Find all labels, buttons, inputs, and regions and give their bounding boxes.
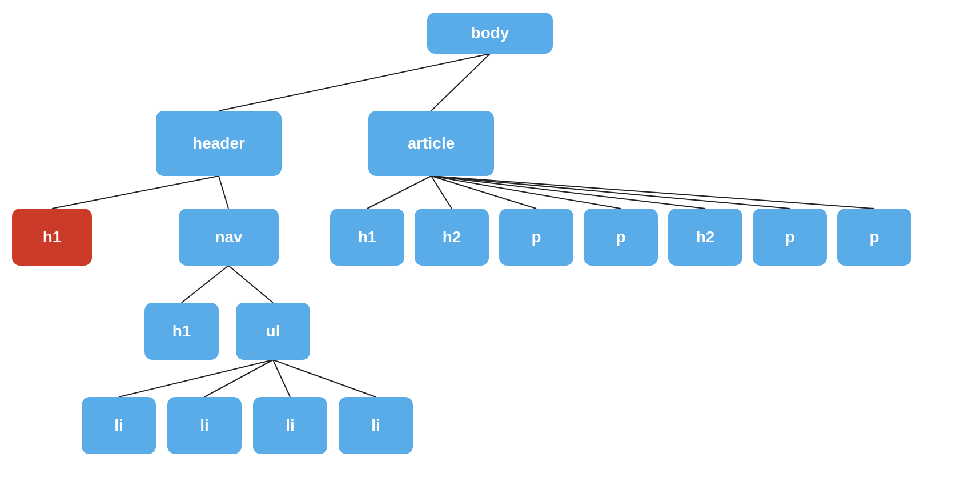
node-article-p1: p bbox=[499, 209, 573, 266]
node-li2: li bbox=[167, 397, 242, 454]
node-article: article bbox=[368, 111, 494, 176]
node-li3: li bbox=[253, 397, 327, 454]
svg-line-1 bbox=[431, 54, 490, 111]
node-body: body bbox=[427, 13, 553, 54]
svg-line-6 bbox=[431, 176, 536, 209]
node-h1-red: h1 bbox=[12, 209, 92, 266]
node-nav-ul: ul bbox=[236, 303, 310, 360]
svg-line-5 bbox=[431, 176, 452, 209]
node-article-p4: p bbox=[837, 209, 911, 266]
node-li1: li bbox=[82, 397, 156, 454]
svg-line-4 bbox=[367, 176, 431, 209]
node-article-h1: h1 bbox=[330, 209, 404, 266]
svg-line-15 bbox=[273, 360, 290, 397]
svg-line-10 bbox=[431, 176, 874, 209]
svg-line-3 bbox=[219, 176, 228, 209]
node-article-p3: p bbox=[753, 209, 827, 266]
svg-line-13 bbox=[119, 360, 273, 397]
svg-line-14 bbox=[204, 360, 273, 397]
node-li4: li bbox=[339, 397, 413, 454]
node-nav-h1: h1 bbox=[144, 303, 219, 360]
node-nav: nav bbox=[179, 209, 279, 266]
svg-line-7 bbox=[431, 176, 621, 209]
svg-line-11 bbox=[182, 266, 228, 303]
dom-tree-diagram: body header article h1 nav h1 h2 p p h2 … bbox=[0, 0, 980, 481]
svg-line-2 bbox=[52, 176, 219, 209]
svg-line-9 bbox=[431, 176, 790, 209]
node-article-h2b: h2 bbox=[668, 209, 742, 266]
node-article-p2: p bbox=[584, 209, 658, 266]
svg-line-16 bbox=[273, 360, 376, 397]
node-header: header bbox=[156, 111, 282, 176]
svg-line-8 bbox=[431, 176, 705, 209]
svg-line-12 bbox=[228, 266, 273, 303]
svg-line-0 bbox=[219, 54, 490, 111]
node-article-h2: h2 bbox=[415, 209, 489, 266]
